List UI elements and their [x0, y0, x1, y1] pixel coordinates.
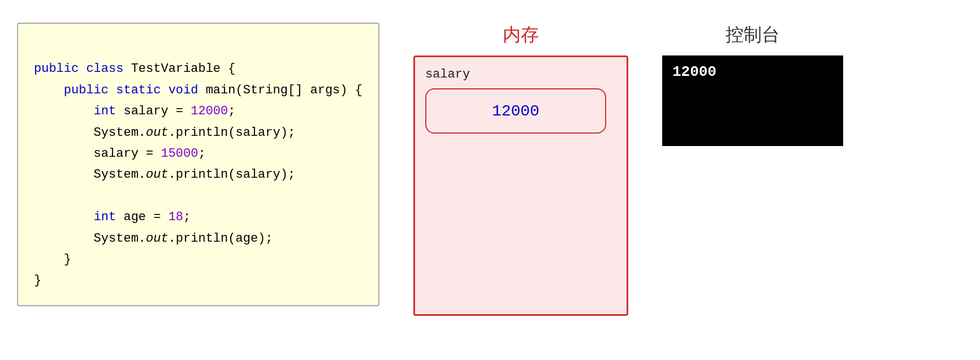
memory-section: 内存 salary 12000 [413, 23, 628, 316]
code-line-8: int age = 18; [34, 210, 191, 224]
memory-value: 12000 [492, 102, 539, 120]
code-line-5: salary = 15000; [34, 147, 206, 161]
code-line-10: } [34, 252, 71, 267]
code-line-4: System.out.println(salary); [34, 126, 295, 140]
code-line-6: System.out.println(salary); [34, 168, 295, 182]
code-panel: public class TestVariable { public stati… [17, 23, 379, 306]
code-line-2: public static void main(String[] args) { [34, 83, 362, 97]
memory-value-box: 12000 [425, 88, 606, 134]
code-line-1: public class TestVariable { [34, 62, 235, 76]
memory-box: salary 12000 [413, 55, 628, 316]
code-line-9: System.out.println(age); [34, 232, 273, 246]
console-section: 控制台 12000 [662, 23, 843, 146]
code-line-11: } [34, 273, 41, 288]
console-title: 控制台 [726, 23, 780, 48]
code-line-3: int salary = 12000; [34, 104, 235, 118]
memory-variable-label: salary [425, 67, 470, 82]
console-box: 12000 [662, 55, 843, 146]
console-output: 12000 [672, 63, 716, 80]
memory-title: 内存 [503, 23, 539, 48]
